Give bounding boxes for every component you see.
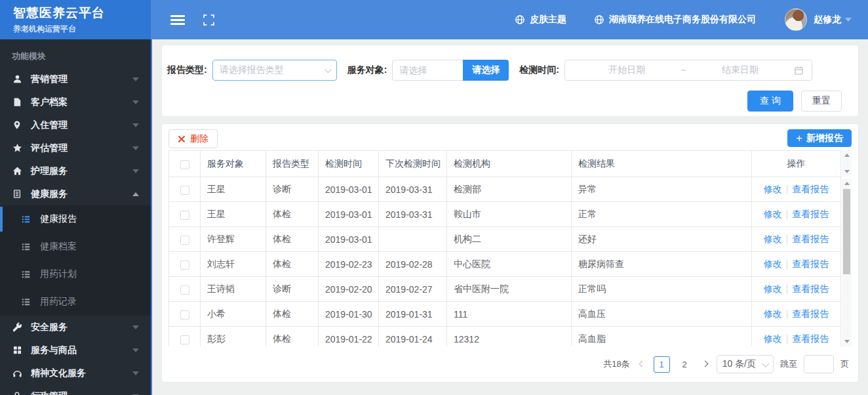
edit-link[interactable]: 修改 — [764, 259, 782, 269]
edit-link[interactable]: 修改 — [764, 283, 782, 294]
sidebar-item-medication-plan[interactable]: 用药计划 — [0, 260, 151, 288]
view-report-link[interactable]: 查看报告 — [792, 333, 829, 344]
delete-button[interactable]: 删除 — [168, 129, 218, 148]
sidebar-item-marketing[interactable]: 营销管理 — [0, 68, 151, 91]
edit-link[interactable]: 修改 — [764, 308, 782, 319]
sidebar-item-label: 入住管理 — [31, 119, 68, 131]
sidebar-item-services-goods[interactable]: 服务与商品 — [0, 339, 151, 362]
cell-service-target: 王星 — [201, 177, 266, 202]
action-separator: | — [786, 283, 789, 294]
sidebar-item-nursing[interactable]: 护理服务 — [0, 159, 151, 182]
scroll-down-icon[interactable] — [844, 170, 850, 173]
cell-detect-time: 2019-02-23 — [319, 252, 379, 277]
view-report-link[interactable]: 查看报告 — [792, 259, 829, 269]
cell-detect-time: 2019-01-22 — [319, 327, 379, 347]
header-scrollbar[interactable] — [842, 150, 852, 177]
sidebar-item-label: 用药记录 — [40, 296, 77, 308]
cell-detect-org: 鞍山市 — [447, 202, 572, 227]
row-checkbox[interactable] — [180, 186, 189, 195]
sidebar-item-medication-record[interactable]: 用药记录 — [0, 288, 151, 316]
sidebar-item-security[interactable]: 安全服务 — [0, 316, 151, 339]
skin-theme-label: 皮肤主题 — [530, 14, 566, 26]
report-type-select[interactable]: 请选择报告类型 — [212, 60, 337, 81]
sidebar-item-assessment[interactable]: 评估管理 — [0, 136, 151, 159]
sidebar-item-health-archive[interactable]: 健康档案 — [0, 233, 151, 260]
view-report-link[interactable]: 查看报告 — [792, 184, 829, 194]
table-viewport: 服务对象 报告类型 检测时间 下次检测时间 检测机构 检测结果 操作 — [168, 150, 852, 346]
home-icon — [12, 166, 22, 177]
reports-table: 服务对象 报告类型 检测时间 下次检测时间 检测机构 检测结果 操作 — [168, 150, 841, 346]
page-button-1[interactable]: 1 — [654, 356, 670, 373]
action-separator: | — [786, 234, 789, 244]
header-next-detect-time: 下次检测时间 — [379, 151, 447, 177]
table-toolbar: 删除 + 新增报告 — [168, 129, 852, 150]
fullscreen-button[interactable] — [203, 14, 214, 26]
topbar-main: 皮肤主题 湖南颐养在线电子商务股份有限公司 赵修龙 — [151, 0, 868, 39]
sidebar-item-health-report[interactable]: 健康报告 — [0, 205, 151, 233]
scroll-up-icon[interactable] — [844, 182, 850, 185]
cell-service-target: 彭彭 — [201, 327, 266, 347]
company-button[interactable]: 湖南颐养在线电子商务股份有限公司 — [594, 14, 756, 26]
service-target-picker-button[interactable]: 请选择 — [463, 60, 509, 81]
star-icon — [12, 143, 22, 154]
sidebar-item-administration[interactable]: 行政管理 — [0, 385, 151, 395]
next-page-button[interactable] — [700, 359, 710, 369]
search-button[interactable]: 查 询 — [747, 91, 793, 112]
jump-page-input[interactable] — [804, 355, 834, 373]
reset-button[interactable]: 重置 — [801, 91, 842, 112]
service-target-input[interactable] — [392, 60, 463, 81]
row-checkbox[interactable] — [180, 211, 189, 220]
page-size-select[interactable]: 10 条/页 — [717, 355, 774, 373]
sidebar-item-health[interactable]: 健康服务 — [0, 182, 151, 205]
add-report-button[interactable]: + 新增报告 — [787, 129, 852, 147]
cell-detect-org: 中心医院 — [447, 252, 572, 277]
sidebar-item-checkin[interactable]: 入住管理 — [0, 114, 151, 136]
detect-time-range-picker[interactable]: 开始日期 ~ 结束日期 — [564, 60, 812, 81]
edit-link[interactable]: 修改 — [764, 234, 782, 244]
page-button-2[interactable]: 2 — [677, 356, 693, 373]
edit-link[interactable]: 修改 — [764, 209, 782, 219]
cell-detect-org: 111 — [447, 302, 572, 327]
row-checkbox[interactable] — [180, 236, 189, 245]
globe-icon — [594, 14, 604, 25]
list-icon — [21, 270, 31, 279]
row-checkbox[interactable] — [180, 335, 189, 344]
row-checkbox[interactable] — [180, 310, 189, 320]
scroll-down-icon[interactable] — [844, 340, 850, 343]
view-report-link[interactable]: 查看报告 — [792, 209, 829, 219]
user-avatar[interactable] — [785, 9, 807, 31]
row-checkbox[interactable] — [180, 260, 189, 270]
lock-icon — [12, 391, 22, 395]
sidebar-item-customer-files[interactable]: 客户档案 — [0, 91, 151, 114]
edit-link[interactable]: 修改 — [764, 333, 782, 344]
cell-next-detect-time: 2019-02-28 — [379, 252, 447, 277]
cell-report-type: 体检 — [266, 302, 319, 327]
view-report-link[interactable]: 查看报告 — [792, 308, 829, 319]
user-menu[interactable]: 赵修龙 — [814, 14, 852, 26]
list-icon — [21, 242, 31, 251]
body-scrollbar[interactable] — [842, 178, 852, 346]
row-checkbox[interactable] — [180, 285, 189, 295]
sidebar-toggle-button[interactable] — [170, 13, 185, 27]
scroll-up-icon[interactable] — [844, 154, 850, 157]
skin-theme-button[interactable]: 皮肤主题 — [515, 14, 566, 26]
chevron-up-icon — [132, 192, 139, 196]
prev-page-button[interactable] — [637, 359, 647, 369]
chevron-down-icon — [132, 77, 139, 81]
sidebar-item-label: 用药计划 — [40, 268, 77, 280]
view-report-link[interactable]: 查看报告 — [792, 234, 829, 244]
header-report-type: 报告类型 — [266, 151, 319, 177]
sidebar-item-culture[interactable]: 精神文化服务 — [0, 362, 151, 385]
chevron-down-icon — [324, 66, 331, 73]
cell-report-type: 诊断 — [266, 177, 319, 202]
cell-detect-time: 2019-03-01 — [319, 177, 379, 202]
cell-next-detect-time: 2019-03-31 — [379, 177, 447, 202]
topbar: 智慧医养云平台 养老机构运营平台 — [0, 0, 868, 39]
list-icon — [21, 297, 31, 306]
view-report-link[interactable]: 查看报告 — [792, 283, 829, 294]
cell-service-target: 王诗韬 — [201, 277, 266, 302]
cell-detect-org: 检测部 — [447, 177, 572, 202]
edit-link[interactable]: 修改 — [764, 184, 782, 194]
select-all-checkbox[interactable] — [180, 160, 189, 169]
scrollbar-thumb[interactable] — [843, 189, 850, 274]
